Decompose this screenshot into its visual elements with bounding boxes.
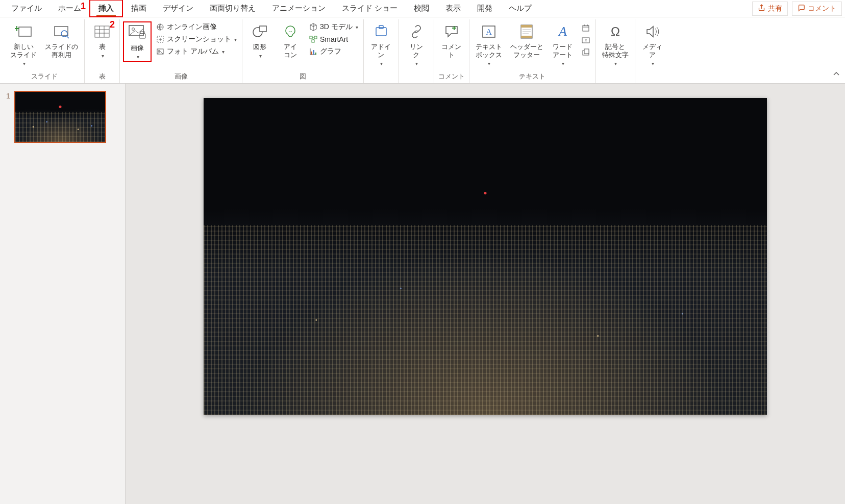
chart-icon — [309, 47, 318, 56]
chevron-down-icon: ▾ — [137, 54, 139, 60]
chevron-down-icon: ▾ — [652, 61, 654, 67]
svg-text:A: A — [486, 28, 492, 36]
3d-models-label: 3D モデル — [320, 22, 353, 32]
chevron-down-icon: ▾ — [234, 37, 237, 42]
online-pictures-button[interactable]: オンライン画像 — [154, 21, 239, 33]
date-time-button[interactable] — [579, 22, 592, 34]
slide-number-icon: # — [581, 36, 590, 45]
group-text-label: テキスト — [519, 70, 545, 83]
slide-canvas-area — [126, 84, 845, 504]
ribbon: 2 新しい スライド ▾ スライドの 再利用 スライド — [0, 17, 845, 84]
addins-button[interactable]: アドイ ン ▾ — [367, 21, 395, 68]
chevron-down-icon: ▾ — [488, 61, 490, 67]
slide-number-button[interactable]: # — [579, 35, 592, 46]
tab-draw[interactable]: 描画 — [123, 1, 155, 16]
thumbnail-panel: 1 — [0, 84, 126, 504]
speaker-icon — [643, 22, 662, 41]
new-slide-label: 新しい スライド — [10, 43, 37, 59]
tab-developer[interactable]: 開発 — [469, 1, 501, 16]
comment-icon — [798, 4, 805, 13]
smartart-button[interactable]: SmartArt — [307, 34, 360, 45]
symbols-button[interactable]: Ω 記号と 特殊文字 ▾ — [599, 21, 632, 68]
work-area: 1 — [0, 84, 845, 504]
headerfooter-button[interactable]: ヘッダーと フッター — [507, 21, 546, 60]
headerfooter-label: ヘッダーと フッター — [510, 43, 543, 59]
photo-album-label: フォト アルバム — [167, 47, 219, 56]
chevron-down-icon: ▾ — [415, 61, 418, 67]
slide[interactable] — [204, 98, 767, 415]
tab-slideshow[interactable]: スライド ショー — [334, 1, 406, 16]
share-button[interactable]: 共有 — [752, 2, 788, 16]
group-links: リン ク ▾ — [399, 19, 434, 83]
chevron-down-icon: ▾ — [562, 61, 564, 67]
group-media: メディ ア ▾ — [635, 19, 670, 83]
addins-label: アドイ ン — [371, 43, 391, 59]
omega-icon: Ω — [606, 22, 625, 41]
chevron-down-icon: ▾ — [259, 53, 262, 59]
shapes-label: 図形 — [253, 43, 266, 51]
chevron-down-icon: ▾ — [23, 61, 26, 67]
chart-button[interactable]: グラフ — [307, 46, 360, 57]
chart-label: グラフ — [320, 47, 341, 56]
media-label: メディ ア — [642, 43, 662, 59]
svg-rect-32 — [379, 26, 383, 29]
chevron-down-icon: ▾ — [614, 61, 617, 67]
svg-rect-6 — [95, 26, 109, 37]
share-icon — [758, 4, 765, 13]
textbox-button[interactable]: A テキスト ボックス ▾ — [473, 21, 505, 68]
picture-button[interactable]: 画像 ▾ — [123, 21, 152, 62]
tab-transitions[interactable]: 画面切り替え — [202, 1, 264, 16]
group-symbols-spacer — [614, 72, 616, 83]
tab-insert[interactable]: 挿入 — [89, 0, 123, 17]
group-slides-label: スライド — [31, 70, 58, 83]
reuse-slides-button[interactable]: スライドの 再利用 — [42, 21, 81, 60]
wordart-button[interactable]: A ワード アート ▾ — [549, 21, 577, 68]
tab-help[interactable]: ヘルプ — [501, 1, 540, 16]
svg-text:A: A — [558, 24, 567, 39]
group-slides: 新しい スライド ▾ スライドの 再利用 スライド — [4, 19, 85, 83]
icons-label: アイ コン — [284, 43, 297, 59]
thumbnail-preview[interactable] — [14, 91, 106, 143]
screenshot-button[interactable]: スクリーンショット ▾ — [154, 34, 239, 45]
icons-button[interactable]: アイ コン — [276, 21, 305, 60]
shapes-button[interactable]: 図形 ▾ — [245, 21, 274, 60]
insert-comment-label: コメン ト — [441, 43, 461, 59]
new-slide-button[interactable]: 新しい スライド ▾ — [7, 21, 40, 68]
link-label: リン ク — [410, 43, 423, 59]
headerfooter-icon — [517, 22, 536, 41]
collapse-ribbon-button[interactable] — [833, 70, 840, 79]
thumbnail-item[interactable]: 1 — [0, 91, 125, 143]
tab-design[interactable]: デザイン — [155, 1, 202, 16]
3d-models-button[interactable]: 3D モデル ▾ — [307, 21, 360, 33]
tab-home[interactable]: ホーム — [50, 1, 89, 16]
cube-icon — [309, 22, 318, 32]
table-button[interactable]: 表 ▾ — [88, 21, 116, 60]
group-text: A テキスト ボックス ▾ ヘッダーと フッター A ワード アート ▾ — [469, 19, 596, 83]
svg-rect-14 — [140, 32, 144, 34]
tab-view[interactable]: 表示 — [437, 1, 469, 16]
chevron-down-icon: ▾ — [380, 61, 383, 67]
group-addins-spacer — [380, 72, 382, 83]
group-images: 画像 ▾ オンライン画像 スクリーンショット ▾ — [120, 19, 242, 83]
object-button[interactable] — [579, 47, 592, 58]
group-comments-label: コメント — [438, 70, 465, 83]
link-button[interactable]: リン ク ▾ — [402, 21, 431, 68]
group-symbols: Ω 記号と 特殊文字 ▾ — [596, 19, 635, 83]
object-icon — [581, 48, 590, 57]
tab-animations[interactable]: アニメーション — [264, 1, 334, 16]
tab-file[interactable]: ファイル — [3, 1, 50, 16]
svg-rect-38 — [521, 25, 532, 28]
picture-icon — [128, 23, 146, 42]
slide-city-night-image — [204, 98, 767, 415]
photo-album-button[interactable]: フォト アルバム ▾ — [154, 46, 239, 57]
tab-review[interactable]: 校閲 — [406, 1, 437, 16]
insert-comment-button[interactable]: コメン ト — [437, 21, 466, 60]
svg-rect-44 — [583, 26, 589, 31]
group-addins: アドイ ン ▾ — [364, 19, 399, 83]
smartart-label: SmartArt — [320, 35, 348, 43]
svg-rect-25 — [312, 40, 314, 42]
svg-rect-30 — [315, 53, 316, 55]
svg-point-12 — [132, 28, 135, 31]
comment-button[interactable]: コメント — [792, 2, 842, 16]
media-button[interactable]: メディ ア ▾ — [638, 21, 667, 68]
